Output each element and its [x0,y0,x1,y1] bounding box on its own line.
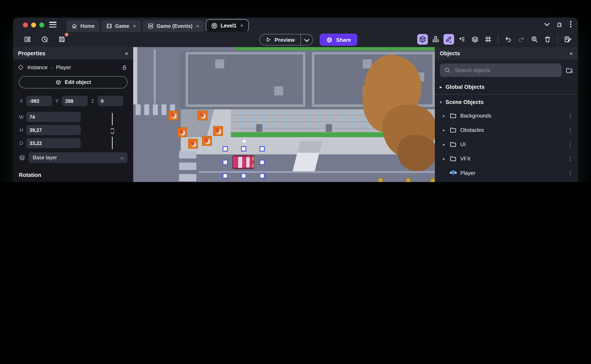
x-input[interactable] [26,96,52,106]
home-icon [71,23,78,29]
edit-object-button[interactable]: Edit object [19,76,127,88]
row-menu-icon[interactable]: ⋮ [568,127,573,133]
lock-ratio-link[interactable] [109,113,115,149]
events-sheet-icon [147,23,154,29]
object-row-coin[interactable]: Coin ⋮ [435,180,578,182]
close-objects-icon[interactable]: × [569,50,573,57]
scene-crate-obstacle[interactable] [202,136,212,146]
scene-crate-obstacle[interactable] [168,110,178,120]
layer-row: Base layer [19,152,127,163]
objects-search-input[interactable] [454,67,557,74]
redo-icon[interactable] [516,34,527,45]
row-menu-icon[interactable]: ⋮ [568,170,573,176]
tab-game-events[interactable]: Game (Events) × [143,20,204,32]
scene-crate-obstacle[interactable] [188,139,198,149]
width-input[interactable] [26,112,81,122]
row-menu-icon[interactable]: ⋮ [568,113,573,119]
folder-row-ui[interactable]: ▸ UI ⋮ [435,137,578,151]
save-icon[interactable] [57,34,67,45]
tab-game[interactable]: Game × [101,20,141,32]
layers-icon[interactable] [470,34,480,45]
scene-chimney [274,86,283,95]
close-properties-icon[interactable]: × [125,50,128,57]
scene-properties-icon[interactable] [562,34,573,45]
grid-icon[interactable] [483,34,493,45]
depth-input[interactable] [26,138,81,148]
height-input[interactable] [26,125,81,135]
folder-row-backgrounds[interactable]: ▸ Backgrounds ⋮ [435,109,578,123]
resize-handle[interactable] [259,160,265,165]
instance-kind: Instance [27,64,47,71]
global-objects-label: Global Objects [445,84,485,90]
tab-close-icon[interactable]: × [240,23,243,29]
resize-handle[interactable] [223,146,228,151]
scene-coin[interactable] [405,177,411,182]
close-window-button[interactable] [23,23,28,27]
scene-crate-obstacle[interactable] [177,127,187,137]
zoom-in-icon[interactable] [529,34,540,45]
minimize-window-button[interactable] [31,23,36,27]
panels-layout-icon[interactable] [22,34,33,45]
share-button[interactable]: Share [320,33,357,46]
resize-handle[interactable] [223,160,228,165]
layer-select[interactable]: Base layer [29,152,127,163]
global-objects-group[interactable]: ▸ Global Objects [435,80,578,93]
3d-view-toggle-icon[interactable] [417,34,428,45]
y-input[interactable] [62,96,88,106]
extensions-puzzle-icon[interactable] [556,21,563,27]
tab-close-icon[interactable]: × [196,23,199,29]
chevron-down-icon[interactable] [544,21,549,26]
tab-label: Game [115,23,129,29]
scene-rock[interactable] [396,134,435,173]
chain-link-icon [109,127,115,136]
objects-cubes-icon[interactable] [430,34,441,45]
scene-coin[interactable] [430,178,435,182]
desktop: Home Game × Game (Events) × Level1 × [0,0,591,182]
browser-menu-icon[interactable] [570,21,571,27]
resize-handle[interactable] [223,173,228,179]
resize-handle[interactable] [241,173,246,179]
d-label: D [19,140,24,146]
tab-home[interactable]: Home [66,20,100,32]
unsaved-changes-badge [65,33,68,36]
rotation-handle[interactable] [242,139,246,143]
folder-row-vfx[interactable]: ▸ VFX ⋮ [435,151,578,166]
preview-options-dropdown[interactable] [301,38,313,41]
scene-coin[interactable] [378,177,383,182]
resize-handle[interactable] [259,173,265,179]
resize-handle[interactable] [241,146,246,151]
scene-crate-obstacle[interactable] [213,126,223,136]
tab-label: Game (Events) [157,23,193,29]
resize-handle[interactable] [259,146,265,151]
tab-label: Home [80,23,94,29]
objects-title: Objects [440,50,460,56]
objects-search[interactable] [440,64,562,77]
scene-crate-obstacle[interactable] [198,110,207,120]
tab-level1[interactable]: Level1 × [206,19,249,32]
row-menu-icon[interactable]: ⋮ [568,156,573,162]
folder-row-obstacles[interactable]: ▸ Obstacles ⋮ [435,123,578,137]
instances-list-icon[interactable] [457,34,467,45]
preview-button[interactable]: Preview [259,34,313,46]
maximize-window-button[interactable] [39,23,44,27]
hamburger-menu-icon[interactable] [49,22,57,27]
delete-trash-icon[interactable] [542,34,553,45]
rotation-title: Rotation [19,172,127,178]
scene-objects-group[interactable]: ▾ Scene Objects [435,95,578,109]
search-icon [444,67,451,73]
row-menu-icon[interactable]: ⋮ [568,141,573,147]
scene-canvas[interactable]: 29;-116 [133,47,435,182]
scene-icon [211,22,218,29]
monkey-icon [450,169,460,177]
edit-pencil-icon[interactable] [444,34,454,45]
object-row-player[interactable]: Player ⋮ [435,166,578,180]
history-icon[interactable] [39,34,50,45]
unlock-icon[interactable] [121,64,127,71]
tab-close-icon[interactable]: × [133,23,136,29]
play-icon [266,37,271,43]
instance-object-name: Player [56,64,71,71]
undo-icon[interactable] [503,34,513,45]
add-folder-icon[interactable] [566,66,573,74]
z-input[interactable] [98,96,123,106]
y-label: Y [54,98,60,104]
